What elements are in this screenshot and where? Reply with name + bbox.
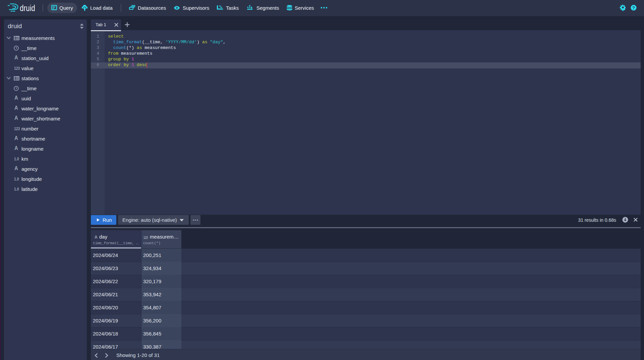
svg-text:?: ? [632,5,635,10]
